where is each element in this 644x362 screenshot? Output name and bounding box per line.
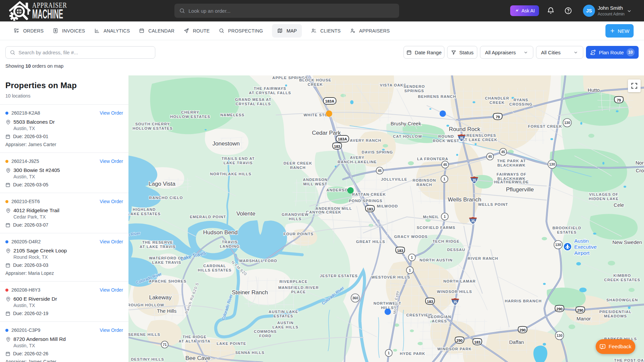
- svg-text:HOLLOW ESTATES: HOLLOW ESTATES: [170, 115, 210, 119]
- svg-text:NORTHLAKE HILLS: NORTHLAKE HILLS: [210, 172, 252, 176]
- svg-text:183: 183: [474, 340, 480, 344]
- svg-text:FAIRWAYS OF: FAIRWAYS OF: [497, 172, 527, 176]
- svg-text:WINDSOR PARK: WINDSOR PARK: [437, 347, 472, 351]
- svg-text:TRAVIS: TRAVIS: [222, 240, 237, 244]
- svg-text:Brushy Creek: Brushy Creek: [391, 121, 421, 126]
- svg-text:HILLS ESTATES: HILLS ESTATES: [198, 268, 232, 272]
- svg-text:Steiner Ranch: Steiner Ranch: [232, 289, 268, 296]
- svg-text:SOUTH CHERRY: SOUTH CHERRY: [135, 122, 170, 126]
- svg-text:GRAND MESA AT: GRAND MESA AT: [235, 98, 271, 102]
- svg-text:CREEK: CREEK: [489, 101, 504, 105]
- svg-text:POND SPRINGS: POND SPRINGS: [349, 199, 382, 203]
- svg-text:The Hills: The Hills: [157, 308, 176, 314]
- svg-text:FORD: FORD: [259, 334, 272, 338]
- svg-text:LAKE POINTE: LAKE POINTE: [217, 342, 246, 346]
- svg-text:Austin: Austin: [574, 238, 589, 244]
- svg-text:CRYSTAL FALLS: CRYSTAL FALLS: [235, 102, 271, 106]
- svg-text:NORTH AUSTIN: NORTH AUSTIN: [420, 258, 452, 262]
- svg-text:Cele: Cele: [614, 202, 624, 208]
- svg-text:WINDSOR HILLS: WINDSOR HILLS: [437, 290, 472, 294]
- svg-text:71: 71: [163, 343, 167, 347]
- svg-text:MEADOWS: MEADOWS: [604, 314, 627, 318]
- svg-text:Lakeway: Lakeway: [149, 294, 172, 301]
- svg-text:ROUGH HOLLOW: ROUGH HOLLOW: [128, 303, 164, 307]
- svg-text:LAKE TRAVIS: LAKE TRAVIS: [152, 260, 181, 264]
- svg-text:MILWOOD: MILWOOD: [377, 204, 398, 208]
- svg-text:CHANDLER: CHANDLER: [485, 96, 509, 100]
- svg-text:ESTATES: ESTATES: [557, 230, 577, 234]
- svg-text:LAKE TRAVIS: LAKE TRAVIS: [224, 161, 253, 165]
- svg-text:BROOKFIELD: BROOKFIELD: [552, 226, 581, 230]
- svg-text:MANSFIELD-RIVER: MANSFIELD-RIVER: [278, 286, 319, 290]
- svg-text:DESSAU: DESSAU: [447, 248, 465, 252]
- svg-text:APACHE SHORES: APACHE SHORES: [149, 279, 186, 283]
- svg-text:Hutto: Hutto: [588, 87, 600, 93]
- svg-text:NAMELESS: NAMELESS: [220, 113, 245, 117]
- svg-text:AUSTIN LAKE: AUSTIN LAKE: [269, 310, 298, 314]
- svg-text:FOUR POINTS: FOUR POINTS: [283, 232, 314, 236]
- svg-text:GREENSLOPES: GREENSLOPES: [463, 133, 496, 137]
- svg-text:RANCH-LAKELINE: RANCH-LAKELINE: [338, 160, 377, 164]
- svg-text:130: 130: [549, 162, 555, 166]
- svg-text:DESTINY HILLS: DESTINY HILLS: [131, 357, 164, 361]
- svg-text:Lago Vista: Lago Vista: [149, 181, 176, 187]
- svg-text:360: 360: [352, 296, 358, 300]
- svg-text:TRAILS END AT: TRAILS END AT: [221, 157, 255, 161]
- svg-text:RYANS: RYANS: [514, 98, 528, 102]
- svg-text:LANDING: LANDING: [220, 244, 239, 248]
- svg-text:1: 1: [409, 268, 411, 272]
- svg-text:SENNA HILLS: SENNA HILLS: [235, 351, 264, 355]
- svg-text:HOLLOW ESTATES: HOLLOW ESTATES: [132, 126, 173, 130]
- svg-text:35: 35: [471, 219, 475, 223]
- svg-text:FOREST CREEK: FOREST CREEK: [528, 124, 562, 128]
- svg-text:WATERFORD ON: WATERFORD ON: [149, 256, 184, 260]
- svg-text:SCOFIELD FARMS: SCOFIELD FARMS: [417, 226, 455, 230]
- svg-text:RANCHO CIELO: RANCHO CIELO: [149, 196, 183, 200]
- svg-text:WELLS POINT: WELLS POINT: [478, 202, 508, 206]
- svg-text:JESTER ESTATES: JESTER ESTATES: [320, 274, 358, 278]
- svg-text:AUSTIN: AUSTIN: [277, 321, 294, 325]
- svg-text:Norn: Norn: [636, 160, 644, 166]
- svg-text:DEER CREEK: DEER CREEK: [283, 161, 312, 165]
- svg-text:JOLLYVILLE: JOLLYVILLE: [381, 177, 408, 181]
- svg-text:SERENE HILLS: SERENE HILLS: [128, 333, 160, 337]
- svg-text:Bee Cave: Bee Cave: [185, 355, 211, 361]
- svg-text:183A: 183A: [325, 99, 334, 103]
- svg-text:MILL WEST: MILL WEST: [303, 182, 327, 186]
- svg-text:Executive: Executive: [574, 244, 597, 250]
- svg-text:183: 183: [427, 300, 433, 304]
- svg-text:THE POST OAK: THE POST OAK: [614, 358, 644, 362]
- svg-text:EMERALD POINT: EMERALD POINT: [190, 215, 226, 219]
- svg-text:AVERY RANCH: AVERY RANCH: [350, 138, 381, 142]
- svg-text:BLOCK HOUSE: BLOCK HOUSE: [299, 78, 331, 82]
- svg-text:1: 1: [388, 351, 390, 355]
- svg-text:Daffan: Daffan: [509, 339, 524, 345]
- svg-text:Pflugerville: Pflugerville: [506, 186, 534, 193]
- svg-text:ROBINSON: ROBINSON: [413, 178, 436, 182]
- svg-text:LAKE HILLS: LAKE HILLS: [272, 325, 299, 329]
- svg-text:Wells Branch: Wells Branch: [448, 196, 481, 203]
- svg-text:Cedar Park: Cedar Park: [312, 130, 341, 136]
- svg-text:CANYON CREEK: CANYON CREEK: [306, 210, 341, 214]
- svg-text:AT LAKE TRAVIS: AT LAKE TRAVIS: [140, 245, 176, 249]
- svg-text:McNEIL: McNEIL: [423, 215, 439, 219]
- svg-text:KIMBRO: KIMBRO: [613, 274, 631, 278]
- svg-text:RATTAN CREEK: RATTAN CREEK: [352, 192, 386, 196]
- svg-text:CHERRY: CHERRY: [181, 110, 199, 114]
- svg-text:290: 290: [577, 308, 583, 312]
- svg-text:1: 1: [411, 255, 413, 259]
- svg-text:SPRINGS: SPRINGS: [405, 89, 424, 93]
- svg-text:35: 35: [453, 300, 457, 304]
- svg-text:TECH RIDGE: TECH RIDGE: [433, 239, 460, 243]
- svg-text:VILLAGES OF: VILLAGES OF: [589, 192, 619, 196]
- svg-text:Manor: Manor: [577, 316, 591, 321]
- svg-text:RANCH: RANCH: [417, 183, 432, 187]
- svg-text:BLACKHAWK: BLACKHAWK: [497, 163, 526, 167]
- svg-text:Jonestown: Jonestown: [212, 140, 239, 147]
- svg-text:MARSHALL FORD: MARSHALL FORD: [239, 259, 277, 263]
- svg-text:HIDDEN LAKE: HIDDEN LAKE: [589, 197, 619, 201]
- svg-text:LA FRONTERA: LA FRONTERA: [417, 157, 448, 161]
- svg-text:THE RIDGE: THE RIDGE: [182, 335, 207, 339]
- svg-text:AVERY: AVERY: [350, 156, 364, 160]
- svg-text:GRACY WOODS: GRACY WOODS: [394, 235, 428, 239]
